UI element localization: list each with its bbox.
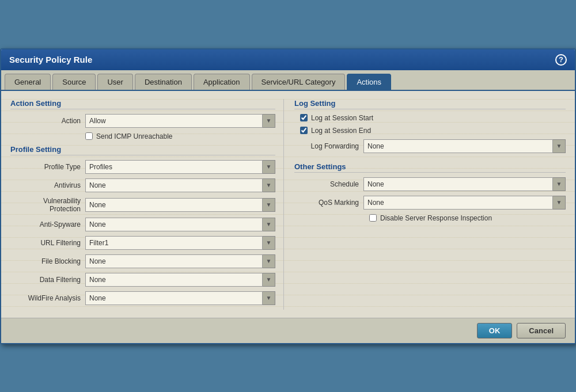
anti-spyware-row: Anti-Spyware ▼ xyxy=(10,218,275,231)
tab-application[interactable]: Application xyxy=(194,74,250,90)
anti-spyware-arrow[interactable]: ▼ xyxy=(263,218,275,231)
wildfire-row: WildFire Analysis ▼ xyxy=(10,291,275,305)
disable-server-row: Disable Server Response Inspection xyxy=(294,214,566,222)
tabs-bar: General Source User Destination Applicat… xyxy=(1,70,575,91)
schedule-input[interactable] xyxy=(363,177,553,191)
tab-general[interactable]: General xyxy=(5,74,51,90)
url-filtering-label: URL Filtering xyxy=(10,239,85,247)
right-column: Log Setting Log at Session Start Log at … xyxy=(292,99,566,310)
help-icon[interactable]: ? xyxy=(555,54,567,66)
antivirus-wrapper: ▼ xyxy=(85,178,275,192)
log-forwarding-input[interactable] xyxy=(363,139,553,153)
dialog-footer: OK Cancel xyxy=(1,318,575,343)
tab-destination[interactable]: Destination xyxy=(135,74,192,90)
tab-user[interactable]: User xyxy=(97,74,132,90)
url-filtering-wrapper: ▼ xyxy=(85,236,275,250)
tab-service-url[interactable]: Service/URL Category xyxy=(252,74,346,90)
action-label: Action xyxy=(10,117,85,125)
schedule-wrapper: ▼ xyxy=(363,177,566,191)
data-filtering-input[interactable] xyxy=(85,273,263,287)
antivirus-row: Antivirus ▼ xyxy=(10,178,275,192)
vulnerability-wrapper: ▼ xyxy=(85,198,275,212)
ok-button[interactable]: OK xyxy=(477,323,513,338)
title-bar: Security Policy Rule ? xyxy=(1,50,575,70)
data-filtering-row: Data Filtering ▼ xyxy=(10,273,275,287)
tab-source[interactable]: Source xyxy=(52,74,96,90)
file-blocking-label: File Blocking xyxy=(10,257,85,265)
icmp-label: Send ICMP Unreachable xyxy=(96,132,173,140)
vulnerability-arrow[interactable]: ▼ xyxy=(263,198,275,212)
file-blocking-row: File Blocking ▼ xyxy=(10,254,275,268)
log-forwarding-wrapper: ▼ xyxy=(363,139,566,153)
action-select-wrapper: ▼ xyxy=(85,114,275,128)
wildfire-label: WildFire Analysis xyxy=(10,294,85,302)
disable-server-label: Disable Server Response Inspection xyxy=(380,214,492,222)
qos-wrapper: ▼ xyxy=(363,196,566,210)
profile-section: Profile Setting Profile Type ▼ Antivirus… xyxy=(10,145,275,305)
log-session-end-label: Log at Session End xyxy=(311,127,371,135)
antivirus-label: Antivirus xyxy=(10,181,85,189)
other-settings-title: Other Settings xyxy=(294,162,566,173)
icmp-checkbox[interactable] xyxy=(85,132,93,140)
antivirus-input[interactable] xyxy=(85,178,263,192)
file-blocking-input[interactable] xyxy=(85,254,263,268)
qos-label: QoS Marking xyxy=(294,199,363,207)
url-filtering-row: URL Filtering ▼ xyxy=(10,236,275,250)
schedule-row: Schedule ▼ xyxy=(294,177,566,191)
file-blocking-wrapper: ▼ xyxy=(85,254,275,268)
qos-arrow[interactable]: ▼ xyxy=(553,196,566,210)
vulnerability-row: Vulnerability Protection ▼ xyxy=(10,197,275,213)
tab-actions[interactable]: Actions xyxy=(347,74,391,90)
log-session-start-row: Log at Session Start xyxy=(294,114,566,122)
vulnerability-label: Vulnerability Protection xyxy=(10,197,85,213)
schedule-label: Schedule xyxy=(294,180,363,188)
anti-spyware-input[interactable] xyxy=(85,218,263,231)
log-session-end-checkbox[interactable] xyxy=(300,127,308,134)
wildfire-wrapper: ▼ xyxy=(85,291,275,305)
left-column: Action Setting Action ▼ Send ICMP Unreac… xyxy=(10,99,284,310)
profile-type-row: Profile Type ▼ xyxy=(10,160,275,174)
profile-setting-title: Profile Setting xyxy=(10,145,275,155)
icmp-row: Send ICMP Unreachable xyxy=(10,132,275,140)
action-setting-title: Action Setting xyxy=(10,99,275,109)
schedule-arrow[interactable]: ▼ xyxy=(553,177,566,191)
file-blocking-arrow[interactable]: ▼ xyxy=(263,254,275,268)
profile-type-label: Profile Type xyxy=(10,163,85,171)
data-filtering-arrow[interactable]: ▼ xyxy=(263,273,275,287)
other-settings-section: Other Settings Schedule ▼ QoS Marking ▼ xyxy=(294,162,566,222)
wildfire-arrow[interactable]: ▼ xyxy=(263,291,275,305)
disable-server-checkbox[interactable] xyxy=(369,214,377,222)
data-filtering-wrapper: ▼ xyxy=(85,273,275,287)
action-dropdown-arrow[interactable]: ▼ xyxy=(263,114,275,128)
anti-spyware-wrapper: ▼ xyxy=(85,218,275,231)
log-session-start-label: Log at Session Start xyxy=(311,114,373,122)
profile-type-wrapper: ▼ xyxy=(85,160,275,174)
data-filtering-label: Data Filtering xyxy=(10,276,85,284)
security-policy-dialog: Security Policy Rule ? General Source Us… xyxy=(0,48,576,344)
vulnerability-input[interactable] xyxy=(85,198,263,212)
url-filtering-input[interactable] xyxy=(85,236,263,250)
antivirus-arrow[interactable]: ▼ xyxy=(263,178,275,192)
log-setting-title: Log Setting xyxy=(294,99,566,109)
log-forwarding-row: Log Forwarding ▼ xyxy=(294,139,566,153)
wildfire-input[interactable] xyxy=(85,291,263,305)
dialog-title: Security Policy Rule xyxy=(9,55,92,64)
action-input[interactable] xyxy=(85,114,263,128)
log-forwarding-arrow[interactable]: ▼ xyxy=(553,139,566,153)
log-forwarding-label: Log Forwarding xyxy=(294,142,363,150)
profile-type-arrow[interactable]: ▼ xyxy=(263,160,275,174)
main-content: Action Setting Action ▼ Send ICMP Unreac… xyxy=(1,91,575,318)
qos-input[interactable] xyxy=(363,196,553,210)
log-session-end-row: Log at Session End xyxy=(294,127,566,135)
url-filtering-arrow[interactable]: ▼ xyxy=(263,236,275,250)
anti-spyware-label: Anti-Spyware xyxy=(10,220,85,229)
action-row: Action ▼ xyxy=(10,114,275,128)
log-session-start-checkbox[interactable] xyxy=(300,114,308,121)
qos-row: QoS Marking ▼ xyxy=(294,196,566,210)
profile-type-input[interactable] xyxy=(85,160,263,174)
cancel-button[interactable]: Cancel xyxy=(517,323,566,338)
